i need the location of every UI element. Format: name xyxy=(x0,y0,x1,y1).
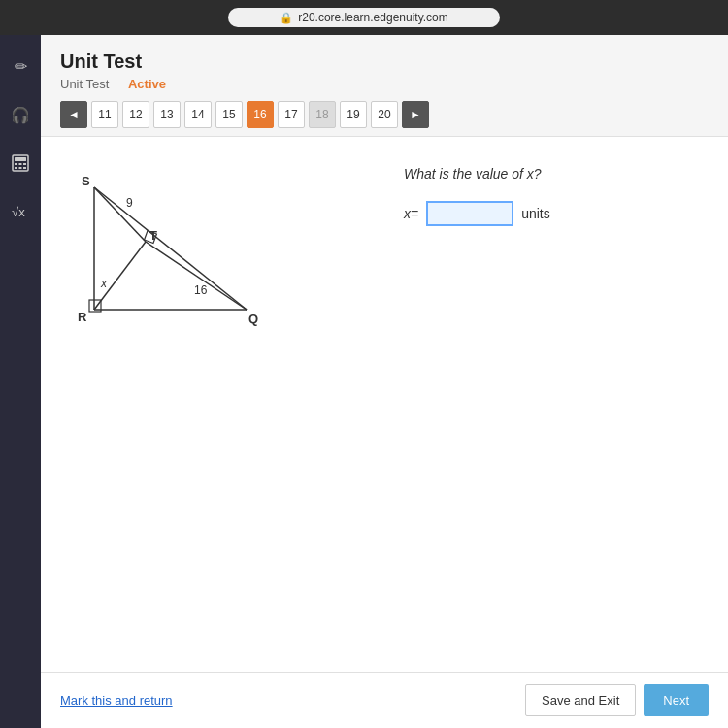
question-btn-17[interactable]: 17 xyxy=(278,101,305,128)
question-btn-19[interactable]: 19 xyxy=(340,101,367,128)
app-container: ✏ 🎧 √x Unit Test Unit Tes xyxy=(0,35,728,728)
save-exit-button[interactable]: Save and Exit xyxy=(525,684,636,716)
footer-buttons: Save and Exit Next xyxy=(525,684,709,716)
answer-unit: units xyxy=(521,206,550,221)
next-button[interactable]: Next xyxy=(644,684,709,716)
svg-text:T: T xyxy=(149,228,157,243)
calculator-icon[interactable] xyxy=(5,148,36,179)
question-btn-20[interactable]: 20 xyxy=(371,101,398,128)
svg-rect-7 xyxy=(23,167,26,169)
svg-text:16: 16 xyxy=(194,283,208,297)
question-btn-14[interactable]: 14 xyxy=(184,101,212,128)
svg-text:√x: √x xyxy=(12,205,25,219)
question-btn-12[interactable]: 12 xyxy=(122,101,149,128)
question-btn-16[interactable]: 16 xyxy=(247,101,274,128)
mark-return-link[interactable]: Mark this and return xyxy=(60,693,173,708)
browser-chrome: 🔒 r20.core.learn.edgenuity.com xyxy=(0,0,728,35)
svg-rect-2 xyxy=(15,163,17,165)
address-bar: 🔒 r20.core.learn.edgenuity.com xyxy=(228,8,500,27)
svg-text:Q: Q xyxy=(248,312,258,326)
next-question-btn[interactable]: ► xyxy=(402,101,429,128)
answer-label: x= xyxy=(404,206,418,221)
page-footer: Mark this and return Save and Exit Next xyxy=(41,672,728,728)
diagram-section: S T R Q 9 16 x xyxy=(60,156,365,652)
answer-row: x= units xyxy=(404,201,709,226)
svg-rect-3 xyxy=(19,163,22,165)
svg-text:x: x xyxy=(100,277,108,290)
breadcrumb-separator xyxy=(116,77,120,91)
sidebar: ✏ 🎧 √x xyxy=(0,35,41,728)
main-content: Unit Test Unit Test Active ◄ 11 12 13 14… xyxy=(41,35,728,728)
svg-text:9: 9 xyxy=(126,196,133,210)
breadcrumb-item2: Active xyxy=(128,77,166,91)
svg-rect-6 xyxy=(19,167,22,169)
pencil-icon[interactable]: ✏ xyxy=(5,50,36,82)
svg-line-10 xyxy=(94,187,146,242)
svg-rect-4 xyxy=(23,163,26,165)
headphone-icon[interactable]: 🎧 xyxy=(5,99,36,130)
svg-text:S: S xyxy=(82,174,90,188)
prev-question-btn[interactable]: ◄ xyxy=(60,101,87,128)
question-btn-18[interactable]: 18 xyxy=(309,101,336,128)
formula-icon[interactable]: √x xyxy=(5,196,36,227)
svg-rect-1 xyxy=(15,157,26,161)
question-btn-15[interactable]: 15 xyxy=(215,101,243,128)
question-btn-13[interactable]: 13 xyxy=(153,101,181,128)
question-nav: ◄ 11 12 13 14 15 16 17 18 19 20 ► xyxy=(60,101,709,128)
svg-line-15 xyxy=(94,187,247,310)
question-btn-11[interactable]: 11 xyxy=(91,101,118,128)
question-area: S T R Q 9 16 x What is the value of xyxy=(41,137,728,672)
url-text: r20.core.learn.edgenuity.com xyxy=(298,11,448,24)
answer-input[interactable] xyxy=(426,201,513,226)
lock-icon: 🔒 xyxy=(280,12,293,24)
question-text: What is the value of x? xyxy=(404,166,709,182)
page-header: Unit Test Unit Test Active ◄ 11 12 13 14… xyxy=(41,35,728,137)
breadcrumb-item1: Unit Test xyxy=(60,77,109,91)
svg-line-11 xyxy=(94,242,146,310)
page-title: Unit Test xyxy=(60,50,709,73)
svg-line-13 xyxy=(146,242,247,310)
breadcrumb: Unit Test Active xyxy=(60,77,709,91)
svg-text:R: R xyxy=(78,310,87,324)
geometry-diagram: S T R Q 9 16 x xyxy=(60,166,274,360)
question-section: What is the value of x? x= units xyxy=(404,156,709,652)
svg-rect-5 xyxy=(15,167,17,169)
